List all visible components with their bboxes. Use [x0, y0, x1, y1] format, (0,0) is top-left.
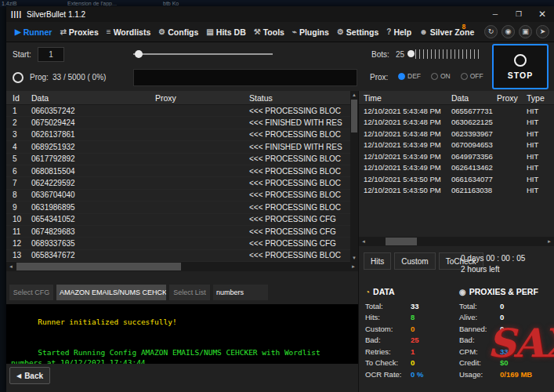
table-row[interactable]: 7 0624229592 <<< PROCESSING BLOC [6, 177, 350, 189]
prox-def-radio[interactable]: DEF [398, 72, 421, 80]
slider-knob[interactable] [407, 50, 415, 57]
prox-on-radio[interactable]: ON [431, 72, 451, 80]
stat-row: Usage: 0/169 MB [459, 368, 553, 380]
scroll-up-icon[interactable]: ▲ [350, 91, 358, 99]
wordlist-name-value[interactable]: numbers [213, 285, 268, 300]
nav-item-configs[interactable]: ⚙ Configs [154, 22, 202, 42]
cell-data: 0649973356 [451, 152, 497, 161]
telegram-icon[interactable]: ➤ [536, 25, 549, 38]
bots-slider[interactable] [407, 47, 480, 61]
tab-hits[interactable]: Hits [364, 252, 391, 270]
horizontal-scrollbar[interactable]: ◄ ► [359, 237, 554, 246]
nav-item-proxies[interactable]: ⇄ Proxies [56, 22, 102, 42]
table-row[interactable]: 8 0636704040 <<< PROCESSING BLOC [6, 190, 350, 201]
start-slider[interactable] [133, 47, 273, 61]
cell-status: <<< PROCESSING BLOC [249, 203, 350, 212]
results-table: Id Data Proxy Status 1 0660357242 <<< PR… [6, 91, 358, 271]
select-cfg-button[interactable]: Select CFG [9, 285, 53, 300]
table-row[interactable]: 2 0675029424 <<< FINISHED WITH RES [6, 117, 350, 129]
scrollbar-thumb[interactable] [351, 100, 357, 132]
column-header-type[interactable]: Type [527, 93, 554, 103]
stat-label: Credit: [459, 358, 500, 367]
history-icon[interactable]: ↻ [484, 25, 498, 38]
table-row[interactable]: 12/10/2021 5:43:48 PM 0655677731 HIT [359, 105, 554, 117]
cell-type: HIT [527, 118, 554, 126]
select-list-button[interactable]: Select List [169, 285, 210, 300]
close-button[interactable]: ✕ [530, 6, 554, 22]
table-row[interactable]: 12/10/2021 5:43:49 PM 0626413462 HIT [359, 162, 554, 174]
table-row[interactable]: 3 0626137861 <<< PROCESSING BLOC [6, 129, 350, 141]
nav-item-silver-zone[interactable]: ☻ Silver Zone 8 [415, 22, 478, 42]
table-row[interactable]: 6 0680815504 <<< PROCESSING BLOC [6, 165, 350, 177]
camera-icon[interactable]: ◉ [501, 25, 515, 38]
table-row[interactable]: 12/10/2021 5:43:50 PM 0661634077 HIT [359, 173, 554, 185]
cell-id: 13 [6, 251, 31, 260]
nav-item-hits-db[interactable]: ▤ Hits DB [202, 22, 249, 42]
cell-data: 0675029424 [31, 118, 155, 127]
stat-label: Total: [365, 302, 411, 310]
stat-label: Bad: [365, 336, 411, 344]
scroll-down-icon[interactable]: ▼ [350, 254, 358, 262]
cell-data: 0621163038 [451, 186, 497, 194]
column-header-data[interactable]: Data [31, 93, 155, 103]
cell-data: 0660357242 [31, 107, 155, 115]
capture-icon[interactable]: ▣ [519, 25, 532, 38]
table-row[interactable]: 5 0617792892 <<< PROCESSING BLOC [6, 154, 350, 165]
prox-options: DEF ON OFF [398, 72, 483, 80]
table-row[interactable]: 12/10/2021 5:43:49 PM 0670094653 HIT [359, 140, 554, 151]
start-input[interactable] [38, 47, 64, 62]
cell-status: <<< PROCESSING BLOC [249, 130, 350, 139]
pie-chart-icon: ◔ [365, 288, 370, 296]
table-row[interactable]: 10 0654341052 <<< PROCESSING CFG [6, 214, 350, 226]
table-row[interactable]: 12/10/2021 5:43:48 PM 0630622125 HIT [359, 117, 554, 129]
nav-item-tools[interactable]: ⚒ Tools [250, 22, 288, 42]
config-name-value[interactable]: AMAZON EMAILS/NUMS CEHCKER [56, 285, 166, 300]
column-header-time[interactable]: Time [359, 93, 451, 103]
slider-knob[interactable] [135, 50, 143, 58]
table-row[interactable]: 1 0660357242 <<< PROCESSING BLOC [6, 105, 350, 117]
cell-data: 0670094653 [451, 140, 497, 149]
table-row[interactable]: 12 0689337635 <<< PROCESSING CFG [6, 238, 350, 249]
nav-item-plugins[interactable]: ⌁ Plugins [288, 22, 333, 42]
cell-data: 0630622125 [451, 118, 497, 126]
column-header-status[interactable]: Status [249, 93, 350, 103]
cell-time: 12/10/2021 5:43:48 PM [359, 118, 451, 126]
column-header-proxy[interactable]: Proxy [497, 93, 527, 103]
back-button[interactable]: ◀ Back [9, 367, 50, 384]
nav-item-runner[interactable]: ▶ Runner [11, 22, 56, 42]
slider-track [133, 53, 273, 55]
cell-data: 0689251932 [31, 143, 155, 151]
column-header-proxy[interactable]: Proxy [155, 93, 249, 103]
table-row[interactable]: 9 0631986895 <<< PROCESSING BLOC [6, 201, 350, 213]
prox-off-radio[interactable]: OFF [461, 72, 483, 80]
table-row[interactable]: 4 0689251932 <<< FINISHED WITH RES [6, 141, 350, 153]
scroll-right-icon[interactable]: ► [349, 262, 358, 271]
horizontal-scrollbar[interactable]: ◄ ► [6, 262, 358, 271]
column-header-data[interactable]: Data [451, 93, 497, 103]
maximize-button[interactable]: ❐ [507, 6, 530, 22]
table-row[interactable]: 11 0674829683 <<< PROCESSING CFG [6, 226, 350, 238]
cell-id: 11 [6, 227, 31, 236]
nav-item-help[interactable]: ? Help [382, 22, 415, 42]
column-header-id[interactable]: Id [6, 93, 31, 103]
nav-item-wordlists[interactable]: ≡ Wordlists [103, 22, 155, 42]
stat-label: Hits: [365, 313, 411, 321]
scroll-left-icon[interactable]: ◄ [359, 237, 368, 246]
results-table-body: 1 0660357242 <<< PROCESSING BLOC 2 06750… [6, 105, 350, 262]
scrollbar-thumb[interactable] [16, 263, 181, 270]
cell-id: 2 [6, 118, 31, 127]
vertical-scrollbar[interactable]: ▲ ▼ [350, 91, 358, 262]
nav-item-settings[interactable]: ⚙ Settings [333, 22, 382, 42]
scrollbar-thumb[interactable] [386, 238, 417, 245]
table-row[interactable]: 13 0658347672 <<< PROCESSING BLOC [6, 250, 350, 262]
table-row[interactable]: 12/10/2021 5:43:49 PM 0649973356 HIT [359, 151, 554, 162]
tab-custom[interactable]: Custom [394, 252, 435, 270]
scroll-right-icon[interactable]: ► [545, 237, 554, 246]
table-row[interactable]: 12/10/2021 5:43:48 PM 0623393967 HIT [359, 128, 554, 140]
cell-data: 0674829683 [31, 227, 155, 236]
minimize-button[interactable]: ─ [483, 6, 507, 22]
nav-item-badge: 8 [462, 23, 466, 31]
cell-data: 0658347672 [31, 251, 155, 260]
table-row[interactable]: 12/10/2021 5:43:50 PM 0621163038 HIT [359, 185, 554, 197]
scroll-left-icon[interactable]: ◄ [6, 262, 16, 271]
